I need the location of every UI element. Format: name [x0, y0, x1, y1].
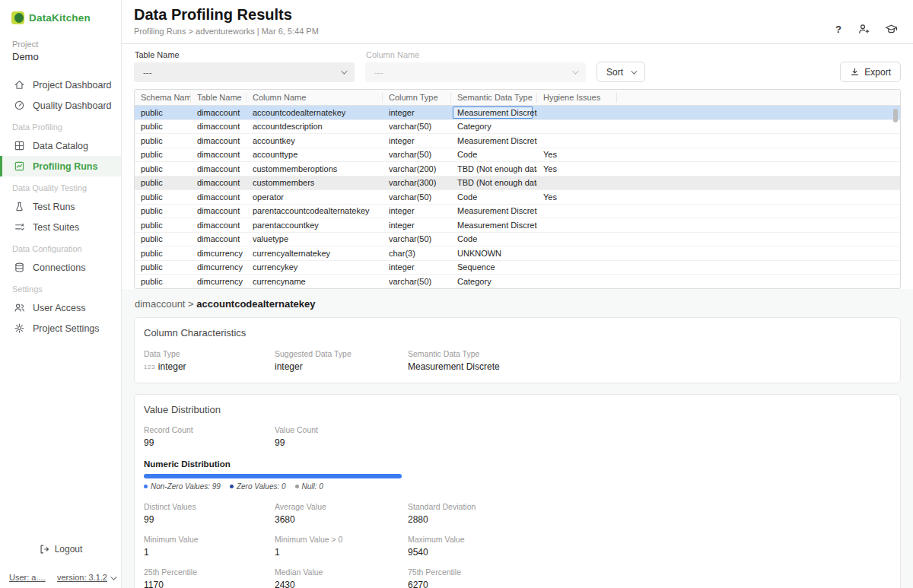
table-row[interactable]: publicdimaccountcustommemberoptionsvarch…	[135, 162, 900, 176]
table-cell: Measurement Discrete	[451, 136, 537, 145]
table-cell: dimcurrency	[191, 249, 247, 258]
home-icon	[14, 79, 25, 91]
filter-bar: Table Name --- Column Name --- Sort Ex	[122, 44, 913, 82]
table-row[interactable]: publicdimaccountaccountdescriptionvarcha…	[135, 120, 900, 135]
catalog-grid-icon	[14, 140, 25, 151]
table-cell: dimaccount	[191, 122, 247, 131]
table-cell: dimaccount	[191, 221, 247, 230]
help-icon[interactable]: ?	[835, 24, 841, 35]
table-row[interactable]: publicdimaccountoperatorvarchar(50)CodeY…	[135, 190, 900, 205]
stat-value: 1170	[144, 580, 275, 588]
table-row[interactable]: publicdimaccountparentaccountcodealterna…	[135, 205, 900, 219]
table-cell: accountdescription	[247, 122, 383, 131]
stat-value: 3680	[275, 514, 408, 525]
stat-label: Semantic Data Type	[408, 349, 891, 358]
numeric-type-icon: 123	[144, 364, 155, 370]
sidebar-item-quality-dashboard[interactable]: Quality Dashboard	[0, 95, 121, 116]
table-row[interactable]: publicdimaccountcustommembersvarchar(300…	[135, 176, 900, 191]
sidebar-section-data-quality-testing: Data Quality Testing	[0, 176, 121, 196]
logout-button[interactable]: Logout	[0, 544, 121, 555]
table-row[interactable]: publicdimaccountaccounttypevarchar(50)Co…	[135, 148, 900, 163]
sidebar-item-test-runs[interactable]: Test Runs	[0, 196, 121, 217]
column-header[interactable]: Column Type	[383, 93, 451, 103]
table-cell: dimaccount	[191, 164, 247, 173]
stat-value: 99	[275, 437, 891, 448]
table-row[interactable]: publicdimcurrencycurrencykeyintegerSeque…	[135, 261, 900, 275]
stat-value: 1	[144, 547, 275, 558]
table-cell: Sequence	[451, 262, 537, 272]
user-add-icon[interactable]	[857, 23, 870, 35]
page-header: Data Profiling Results Profiling Runs > …	[122, 0, 913, 44]
sidebar-item-label: Profiling Runs	[33, 161, 97, 172]
brand-logo[interactable]: DataKitchen	[0, 0, 121, 29]
table-scrollbar[interactable]	[893, 109, 898, 122]
sidebar-item-label: Project Settings	[33, 323, 100, 334]
table-row[interactable]: publicdimcurrencycurrencyalternatekeycha…	[135, 246, 900, 261]
table-cell: public	[135, 164, 191, 173]
table-cell: dimcurrency	[191, 262, 247, 272]
stat-label: 75th Percentile	[408, 567, 891, 577]
export-button[interactable]: Export	[840, 62, 901, 82]
semantic-data-type-field: Semantic Data Type Measurement Discrete	[408, 349, 891, 372]
table-header-row: Schema Name Table Name Column Name Colum…	[135, 90, 900, 106]
column-header[interactable]: Column Name	[247, 93, 383, 103]
table-cell: public	[135, 108, 191, 117]
version-link[interactable]: version: 3.1.2	[57, 573, 115, 582]
sidebar-item-label: Test Runs	[33, 202, 75, 212]
table-cell: dimaccount	[191, 234, 247, 243]
value-distribution-card: Value Distribution Record Count 99 Value…	[134, 394, 901, 588]
selected-semantic-cell[interactable]: Measurement Discrete	[453, 106, 533, 119]
column-header[interactable]: Hygiene Issues	[537, 93, 617, 103]
sort-button[interactable]: Sort	[596, 62, 645, 82]
table-name-select[interactable]: ---	[134, 62, 355, 82]
table-cell: parentaccountcodealternatekey	[247, 206, 383, 215]
table-cell: dimaccount	[191, 178, 247, 187]
table-cell: public	[135, 178, 191, 187]
table-cell: UNKNOWN	[451, 249, 537, 258]
table-cell: Code	[451, 150, 537, 159]
sidebar-item-project-dashboard[interactable]: Project Dashboard	[0, 75, 121, 95]
table-name-filter: Table Name ---	[134, 47, 355, 82]
table-cell: custommemberoptions	[247, 164, 383, 173]
table-row[interactable]: publicdimaccountaccountkeyintegerMeasure…	[135, 134, 900, 148]
table-cell: integer	[383, 108, 451, 117]
sidebar-item-data-catalog[interactable]: Data Catalog	[0, 135, 121, 156]
sidebar-item-connections[interactable]: Connections	[0, 257, 121, 278]
test-suites-list-icon	[14, 221, 25, 233]
column-name-filter: Column Name ---	[365, 47, 586, 82]
table-cell: varchar(50)	[383, 192, 451, 202]
sidebar-section-data-profiling: Data Profiling	[0, 116, 121, 135]
column-name-value: ---	[374, 68, 383, 77]
sidebar-bottom: Logout User: a.... version: 3.1.2	[0, 544, 121, 588]
legend-dot-icon	[230, 485, 234, 488]
sidebar-item-test-suites[interactable]: Test Suites	[0, 217, 121, 237]
column-name-select[interactable]: ---	[365, 62, 586, 82]
table-row[interactable]: publicdimaccountaccountcodealternatekeyi…	[135, 106, 900, 120]
sidebar-item-profiling-runs[interactable]: Profiling Runs	[0, 156, 121, 176]
sidebar-item-project-settings[interactable]: Project Settings	[0, 318, 121, 338]
table-row[interactable]: publicdimaccountvaluetypevarchar(50)Code	[135, 233, 900, 247]
sidebar-item-user-access[interactable]: User Access	[0, 297, 121, 318]
table-cell: Code	[451, 192, 537, 202]
column-header[interactable]: Semantic Data Type	[451, 93, 537, 103]
user-link[interactable]: User: a....	[9, 573, 46, 582]
table-row[interactable]: publicdimaccountparentaccountkeyintegerM…	[135, 218, 900, 233]
column-header[interactable]: Schema Name	[135, 93, 191, 103]
stat-value: 2430	[275, 580, 408, 588]
sidebar-section-data-configuration: Data Configuration	[0, 237, 121, 257]
users-icon	[14, 302, 25, 313]
table-cell: Code	[451, 234, 537, 243]
bar-legend-item: Zero Values: 0	[230, 482, 286, 491]
legend-dot-icon	[144, 485, 148, 488]
table-row[interactable]: publicdimcurrencycurrencynamevarchar(50)…	[135, 275, 900, 289]
stat-label: Median Value	[275, 567, 408, 577]
numeric-distribution-bar	[144, 474, 402, 478]
download-icon	[850, 67, 860, 77]
record-count-field: Record Count 99	[144, 425, 275, 448]
table-cell: varchar(50)	[383, 150, 451, 159]
stat-value: 99	[144, 514, 275, 525]
column-header[interactable]: Table Name	[191, 93, 247, 103]
graduation-cap-icon[interactable]	[885, 23, 898, 35]
table-cell: TBD (Not enough data)	[451, 178, 537, 187]
table-cell: parentaccountkey	[247, 221, 383, 230]
